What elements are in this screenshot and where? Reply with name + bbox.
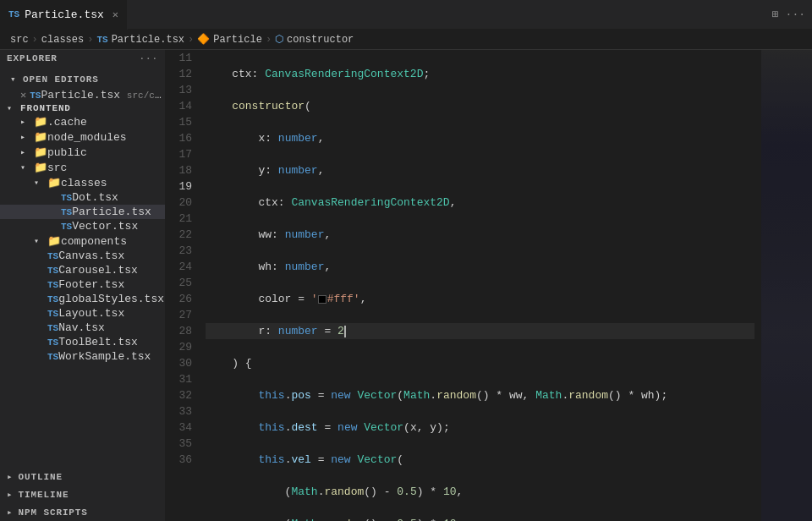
code-line-23: this.vel = new Vector(	[206, 452, 754, 468]
open-editor-label: Particle.tsx src/cl...	[41, 89, 165, 101]
tree-item-toolbelt[interactable]: TS ToolBelt.tsx	[0, 335, 165, 349]
npm-scripts-label: NPM SCRIPTS	[19, 507, 88, 518]
node-modules-arrow: ▸	[20, 132, 34, 142]
carousel-ts-icon: TS	[47, 266, 58, 276]
code-line-16: ww: number,	[206, 227, 754, 243]
components-arrow: ▾	[34, 236, 47, 246]
open-editors-title: ▾ OPEN EDITORS	[0, 67, 165, 88]
tree-item-cache[interactable]: ▸ 📁 .cache	[0, 114, 165, 129]
toolbelt-ts-icon: TS	[47, 337, 58, 348]
breadcrumb-sep4: ›	[266, 34, 272, 46]
cache-folder-icon: 📁	[34, 115, 47, 129]
tree-item-vector[interactable]: TS Vector.tsx	[0, 219, 165, 233]
npm-scripts-panel[interactable]: ▸ NPM SCRIPTS	[0, 503, 165, 521]
open-editor-item[interactable]: ✕ TS Particle.tsx src/cl...	[0, 88, 165, 102]
tree-item-worksample[interactable]: TS WorkSample.tsx	[0, 349, 165, 364]
active-tab[interactable]: TS Particle.tsx ✕	[0, 0, 128, 30]
public-label: public	[47, 146, 165, 159]
minimap[interactable]	[761, 50, 812, 521]
ts-file-icon: TS	[30, 90, 41, 101]
tree-item-classes[interactable]: ▾ 📁 classes	[0, 175, 165, 190]
src-arrow: ▾	[20, 162, 34, 173]
tree-item-canvas[interactable]: TS Canvas.tsx	[0, 249, 165, 263]
tree-item-nav[interactable]: TS Nav.tsx	[0, 321, 165, 335]
vector-ts-icon: TS	[61, 222, 72, 232]
components-folder-icon: 📁	[47, 234, 61, 248]
npm-scripts-arrow: ▸	[7, 507, 14, 518]
dot-ts-icon: TS	[61, 193, 72, 203]
breadcrumb-class-icon: 🔶	[197, 33, 210, 46]
code-line-20: ) {	[206, 355, 754, 371]
tree-item-node-modules[interactable]: ▸ 📁 node_modules	[0, 129, 165, 145]
worksample-ts-icon: TS	[47, 352, 58, 362]
outline-arrow: ▸	[7, 471, 14, 482]
classes-folder-icon: 📁	[47, 176, 61, 189]
worksample-label: WorkSample.tsx	[58, 350, 165, 363]
code-line-18: color = '#fff',	[206, 291, 754, 307]
carousel-label: Carousel.tsx	[58, 264, 165, 277]
src-folder-icon: 📁	[34, 161, 47, 174]
code-line-21: this.pos = new Vector(Math.random() * ww…	[206, 387, 754, 403]
tree-item-layout[interactable]: TS Layout.tsx	[0, 306, 165, 321]
breadcrumb-sep3: ›	[188, 34, 194, 46]
ts-icon: TS	[8, 9, 19, 19]
tree-item-particle[interactable]: TS Particle.tsx	[0, 205, 165, 219]
particle-label: Particle.tsx	[72, 206, 165, 218]
breadcrumb-classes[interactable]: classes	[41, 34, 84, 46]
split-editor-icon[interactable]: ⊞	[772, 8, 779, 21]
breadcrumb-src[interactable]: src	[10, 34, 29, 46]
nav-label: Nav.tsx	[58, 321, 165, 334]
public-arrow: ▸	[20, 147, 34, 157]
canvas-ts-icon: TS	[47, 251, 58, 261]
code-line-12: constructor(	[206, 98, 754, 114]
sidebar: EXPLORER ··· ▾ OPEN EDITORS ✕ TS Particl…	[0, 50, 165, 521]
outline-label: OUTLINE	[19, 472, 63, 482]
frontend-section[interactable]: ▾ FRONTEND	[0, 102, 165, 114]
public-folder-icon: 📁	[34, 145, 47, 159]
breadcrumb-method[interactable]: constructor	[287, 34, 354, 46]
layout-ts-icon: TS	[47, 309, 58, 319]
code-line-19: r: number = 2	[206, 323, 754, 339]
explorer-more-icon[interactable]: ···	[140, 53, 158, 63]
code-line-13: x: number,	[206, 130, 754, 146]
timeline-panel[interactable]: ▸ TIMELINE	[0, 485, 165, 503]
breadcrumb-ts-icon: TS	[96, 35, 107, 45]
code-line-14: y: number,	[206, 162, 754, 178]
breadcrumb-class[interactable]: Particle	[213, 34, 262, 46]
components-label: components	[61, 235, 165, 248]
outline-panel[interactable]: ▸ OUTLINE	[0, 468, 165, 485]
src-label: src	[47, 162, 165, 174]
dot-label: Dot.tsx	[72, 191, 165, 204]
code-content[interactable]: ctx: CanvasRenderingContext2D; construct…	[199, 50, 761, 521]
breadcrumb-sep1: ›	[32, 34, 38, 46]
toolbelt-label: ToolBelt.tsx	[58, 336, 165, 348]
open-editors-arrow[interactable]: ▾	[10, 74, 17, 85]
code-line-11: ctx: CanvasRenderingContext2D;	[206, 66, 754, 82]
tree-item-dot[interactable]: TS Dot.tsx	[0, 190, 165, 205]
classes-arrow: ▾	[34, 178, 47, 188]
code-line-15: ctx: CanvasRenderingContext2D,	[206, 195, 754, 211]
nav-ts-icon: TS	[47, 323, 58, 333]
tree-item-public[interactable]: ▸ 📁 public	[0, 145, 165, 160]
breadcrumb-file[interactable]: Particle.tsx	[112, 34, 184, 46]
cache-arrow: ▸	[20, 117, 34, 127]
tree-item-components[interactable]: ▾ 📁 components	[0, 233, 165, 249]
tree-item-globalstyles[interactable]: TS globalStyles.tsx	[0, 292, 165, 306]
footer-label: Footer.tsx	[58, 278, 165, 291]
node-modules-folder-icon: 📁	[34, 130, 47, 144]
top-bar: TS Particle.tsx ✕ ⊞ ···	[0, 0, 812, 30]
particle-ts-icon: TS	[61, 207, 72, 217]
more-actions-icon[interactable]: ···	[786, 8, 805, 21]
breadcrumb-sep2: ›	[87, 34, 93, 46]
tab-label: Particle.tsx	[25, 8, 104, 21]
tree-item-carousel[interactable]: TS Carousel.tsx	[0, 263, 165, 277]
tree-item-src[interactable]: ▾ 📁 src	[0, 160, 165, 175]
tree-item-footer[interactable]: TS Footer.tsx	[0, 277, 165, 292]
cache-label: .cache	[47, 116, 165, 129]
tab-close-button[interactable]: ✕	[112, 8, 118, 21]
explorer-header: EXPLORER ···	[0, 50, 165, 67]
close-editor-icon[interactable]: ✕	[20, 89, 26, 101]
code-line-25: (Math.random() - 0.5) * 10	[206, 516, 754, 521]
line-numbers: 11 12 13 14 15 16 17 18 19 20 21 22 23 2…	[165, 50, 199, 521]
code-area[interactable]: 11 12 13 14 15 16 17 18 19 20 21 22 23 2…	[165, 50, 812, 521]
